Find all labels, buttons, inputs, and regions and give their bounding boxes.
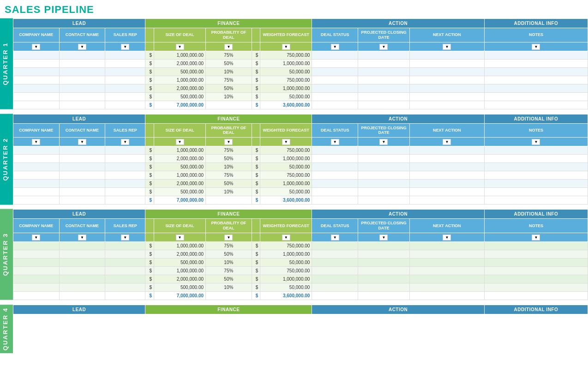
filter-dealstatus-btn[interactable]: ▼ bbox=[331, 235, 339, 241]
projdate-cell bbox=[358, 275, 409, 283]
filter-wforecast[interactable]: ▼ bbox=[260, 138, 312, 146]
notes-cell bbox=[484, 59, 588, 67]
filter-projdate[interactable]: ▼ bbox=[358, 233, 409, 241]
filter-nextaction-btn[interactable]: ▼ bbox=[443, 235, 451, 241]
filter-company-btn[interactable]: ▼ bbox=[32, 139, 40, 145]
filter-prob-btn[interactable]: ▼ bbox=[224, 235, 233, 241]
prob-cell: 10% bbox=[206, 258, 252, 266]
data-row: $ 500,000.00 10% $ 50,000.00 bbox=[13, 163, 588, 171]
nextaction-col-header: NEXT ACTION bbox=[410, 219, 485, 233]
filter-sizedeal-btn[interactable]: ▼ bbox=[176, 139, 184, 145]
addinfo-section-header: ADDITIONAL INFO bbox=[484, 114, 588, 123]
size-deal-cell: 1,000,000.00 bbox=[154, 76, 206, 84]
total-empty-next bbox=[410, 291, 485, 300]
filter-projdate-btn[interactable]: ▼ bbox=[379, 44, 388, 50]
filter-salesrep[interactable]: ▼ bbox=[105, 42, 145, 51]
prob-cell: 10% bbox=[206, 92, 252, 101]
contact-cell bbox=[59, 180, 105, 188]
filter-nextaction[interactable]: ▼ bbox=[410, 138, 485, 146]
company-col-header: COMPANY NAME bbox=[13, 28, 60, 42]
filter-notes[interactable]: ▼ bbox=[484, 233, 588, 241]
sizedeal-col-header: SIZE OF DEAL bbox=[154, 123, 206, 138]
filter-dealstatus-btn[interactable]: ▼ bbox=[331, 44, 339, 50]
filter-company[interactable]: ▼ bbox=[13, 233, 60, 241]
filter-company[interactable]: ▼ bbox=[13, 138, 60, 146]
filter-wforecast-btn[interactable]: ▼ bbox=[282, 139, 290, 145]
size-deal-cell: 500,000.00 bbox=[154, 283, 206, 291]
filter-prob[interactable]: ▼ bbox=[206, 138, 252, 146]
filter-projdate-btn[interactable]: ▼ bbox=[379, 235, 388, 241]
nextaction-cell bbox=[410, 92, 485, 101]
section-header-row: LEAD FINANCE ACTION ADDITIONAL INFO bbox=[13, 19, 588, 28]
filter-salesrep[interactable]: ▼ bbox=[105, 138, 145, 146]
filter-contact-btn[interactable]: ▼ bbox=[78, 44, 86, 50]
filter-wforecast-btn[interactable]: ▼ bbox=[282, 44, 290, 50]
salesrep-cell bbox=[105, 163, 145, 171]
filter-dealstatus-btn[interactable]: ▼ bbox=[331, 139, 339, 145]
filter-sizedeal-btn[interactable]: ▼ bbox=[176, 44, 184, 50]
company-cell bbox=[13, 51, 60, 59]
total-empty-3 bbox=[105, 196, 145, 205]
company-cell bbox=[13, 146, 60, 155]
total-dollar2-sign: $ bbox=[252, 101, 260, 109]
filter-notes[interactable]: ▼ bbox=[484, 138, 588, 146]
filter-salesrep-btn[interactable]: ▼ bbox=[121, 139, 129, 145]
lead-section-header: LEAD bbox=[13, 114, 145, 123]
data-row: $ 1,000,000.00 75% $ 750,000.00 bbox=[13, 146, 588, 155]
filter-wforecast[interactable]: ▼ bbox=[260, 233, 312, 241]
filter-nextaction[interactable]: ▼ bbox=[410, 42, 485, 51]
filter-prob-btn[interactable]: ▼ bbox=[224, 139, 233, 145]
size-deal-cell: 1,000,000.00 bbox=[154, 266, 206, 275]
filter-notes-btn[interactable]: ▼ bbox=[532, 44, 540, 50]
filter-sizedeal[interactable]: ▼ bbox=[154, 233, 206, 241]
filter-projdate-btn[interactable]: ▼ bbox=[379, 139, 388, 145]
total-wforecast: 3,600,000.00 bbox=[260, 291, 312, 300]
data-row: $ 2,000,000.00 50% $ 1,000,000.00 bbox=[13, 84, 588, 92]
filter-prob-btn[interactable]: ▼ bbox=[224, 44, 233, 50]
prob-cell: 50% bbox=[206, 155, 252, 163]
action-section-header: ACTION bbox=[312, 19, 484, 28]
filter-nextaction[interactable]: ▼ bbox=[410, 233, 485, 241]
filter-contact-btn[interactable]: ▼ bbox=[78, 139, 86, 145]
filter-notes-btn[interactable]: ▼ bbox=[532, 139, 540, 145]
prob-cell: 50% bbox=[206, 59, 252, 67]
size-deal-cell: 500,000.00 bbox=[154, 163, 206, 171]
filter-projdate[interactable]: ▼ bbox=[358, 138, 409, 146]
projdate-cell bbox=[358, 84, 409, 92]
filter-company-btn[interactable]: ▼ bbox=[32, 235, 40, 241]
lead-section-header: LEAD bbox=[13, 19, 145, 28]
filter-dealstatus[interactable]: ▼ bbox=[312, 42, 358, 51]
filter-dealstatus[interactable]: ▼ bbox=[312, 233, 358, 241]
filter-sizedeal-btn[interactable]: ▼ bbox=[176, 235, 184, 241]
dollar-sign-cell: $ bbox=[145, 76, 154, 84]
filter-contact[interactable]: ▼ bbox=[59, 42, 105, 51]
total-empty-prob bbox=[206, 101, 252, 109]
filter-projdate[interactable]: ▼ bbox=[358, 42, 409, 51]
filter-company-btn[interactable]: ▼ bbox=[32, 44, 40, 50]
filter-sizedeal[interactable]: ▼ bbox=[154, 138, 206, 146]
data-row: $ 2,000,000.00 50% $ 1,000,000.00 bbox=[13, 275, 588, 283]
filter-contact-btn[interactable]: ▼ bbox=[78, 235, 86, 241]
filter-notes-btn[interactable]: ▼ bbox=[532, 235, 540, 241]
company-cell bbox=[13, 171, 60, 180]
filter-contact[interactable]: ▼ bbox=[59, 138, 105, 146]
filter-prob[interactable]: ▼ bbox=[206, 42, 252, 51]
filter-salesrep-btn[interactable]: ▼ bbox=[121, 44, 129, 50]
filter-company[interactable]: ▼ bbox=[13, 42, 60, 51]
filter-wforecast[interactable]: ▼ bbox=[260, 42, 312, 51]
company-cell bbox=[13, 67, 60, 76]
filter-wforecast-btn[interactable]: ▼ bbox=[282, 235, 290, 241]
filter-nextaction-btn[interactable]: ▼ bbox=[443, 44, 451, 50]
size-deal-cell: 1,000,000.00 bbox=[154, 51, 206, 59]
filter-sizedeal[interactable]: ▼ bbox=[154, 42, 206, 51]
filter-notes[interactable]: ▼ bbox=[484, 42, 588, 51]
filter-nextaction-btn[interactable]: ▼ bbox=[443, 139, 451, 145]
filter-dealstatus[interactable]: ▼ bbox=[312, 138, 358, 146]
salesrep-cell bbox=[105, 92, 145, 101]
filter-salesrep[interactable]: ▼ bbox=[105, 233, 145, 241]
filter-contact[interactable]: ▼ bbox=[59, 233, 105, 241]
filter-prob[interactable]: ▼ bbox=[206, 233, 252, 241]
salesrep-cell bbox=[105, 258, 145, 266]
wforecast-cell: 50,000.00 bbox=[260, 258, 312, 266]
filter-salesrep-btn[interactable]: ▼ bbox=[121, 235, 129, 241]
